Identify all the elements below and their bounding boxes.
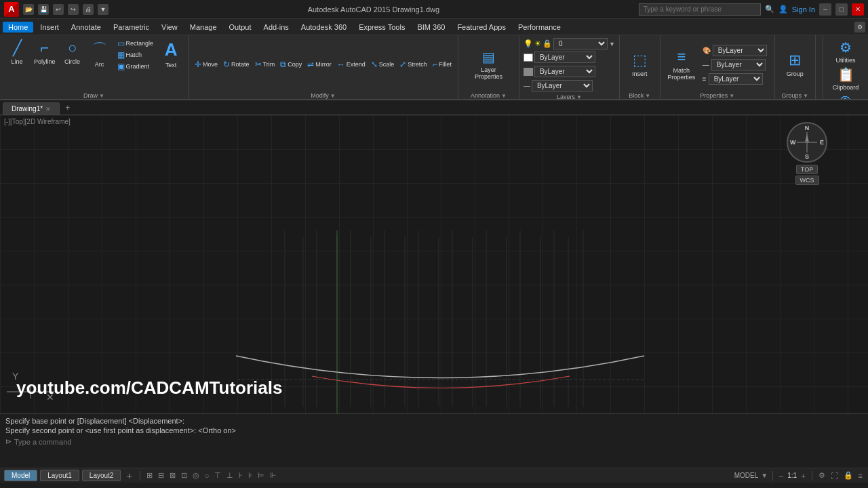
linetype-select[interactable]: ByLayer: [534, 52, 595, 63]
status-lw-button[interactable]: ⊧: [247, 471, 254, 480]
clipboard-button[interactable]: 📋 Clipboard: [829, 65, 863, 92]
linetype-byLayer-select[interactable]: ByLayer: [711, 59, 766, 70]
scroll-right-button[interactable]: ►: [845, 405, 859, 413]
menu-view[interactable]: View: [156, 22, 183, 33]
status-otrack-button[interactable]: ⊤: [213, 471, 222, 480]
status-polar-button[interactable]: ⊡: [180, 471, 189, 480]
menu-parametric[interactable]: Parametric: [108, 22, 155, 33]
menu-performance[interactable]: Performance: [513, 22, 566, 33]
status-snap-button[interactable]: ⊞: [145, 471, 154, 480]
model-dropdown[interactable]: ▼: [761, 472, 768, 479]
fillet-button[interactable]: ⌐Fillet: [431, 38, 454, 91]
move-button[interactable]: ✛Move: [193, 38, 220, 91]
text-button[interactable]: A Text: [158, 38, 184, 70]
quick-access-print[interactable]: 🖨: [83, 4, 94, 15]
scroll-left-button[interactable]: ◄: [0, 405, 14, 413]
color-byLayer-select[interactable]: ByLayer: [713, 45, 767, 56]
view-button[interactable]: 👁 View: [829, 92, 863, 100]
window-minimize[interactable]: –: [819, 3, 831, 16]
trim-button[interactable]: ✂Trim: [253, 38, 277, 91]
group-button[interactable]: ⊞ Group: [779, 38, 810, 91]
status-dyn-button[interactable]: ⊦: [237, 471, 244, 480]
lock-ui-icon[interactable]: 🔒: [842, 471, 854, 480]
status-ortho-button[interactable]: ⊠: [168, 471, 177, 480]
status-3dosnap-button[interactable]: ○: [203, 472, 211, 480]
quick-access-open[interactable]: 📂: [23, 4, 34, 15]
menu-insert[interactable]: Insert: [35, 22, 64, 33]
menu-featuredapps[interactable]: Featured Apps: [452, 22, 511, 33]
menu-autodesk360[interactable]: Autodesk 360: [296, 22, 352, 33]
status-osnap-button[interactable]: ◎: [191, 471, 201, 480]
extend-button[interactable]: ↔Extend: [335, 38, 368, 91]
layer-dropdown-arrow[interactable]: ▼: [609, 41, 615, 47]
menu-expresstools[interactable]: Express Tools: [353, 22, 410, 33]
polyline-button[interactable]: ⌐ Polyline: [31, 38, 58, 66]
window-close[interactable]: ✕: [852, 3, 864, 16]
color-swatch[interactable]: [524, 54, 533, 62]
layers-expand[interactable]: ▼: [576, 94, 582, 100]
ribbon-settings[interactable]: ⚙: [854, 22, 865, 33]
lineweight-select[interactable]: ByLayer: [534, 66, 595, 77]
copy-button[interactable]: ⧉Copy: [278, 38, 304, 91]
status-ducs-button[interactable]: ⊥: [225, 471, 235, 480]
new-tab-button[interactable]: +: [60, 101, 75, 115]
rotate-button[interactable]: ↻Rotate: [221, 38, 252, 91]
keyword-search[interactable]: [639, 3, 761, 16]
status-tp-button[interactable]: ⊨: [256, 471, 266, 480]
viewport-scrollbar-vertical[interactable]: ▲ ▼: [859, 115, 868, 400]
tab-close-button[interactable]: ✕: [45, 106, 51, 113]
status-selection-button[interactable]: ⊩: [269, 471, 278, 480]
quick-access-dropdown[interactable]: ▼: [98, 4, 108, 15]
layout1-tab[interactable]: Layout1: [40, 470, 79, 481]
layer-properties-button[interactable]: ▤ LayerProperties: [471, 38, 505, 91]
fullscreen-icon[interactable]: ⛶: [829, 472, 840, 480]
command-input[interactable]: [14, 438, 863, 446]
lineweight-byLayer-select[interactable]: ByLayer: [709, 73, 763, 85]
command-input-row: ⊳: [5, 437, 863, 446]
customize-icon[interactable]: ≡: [857, 472, 864, 480]
hatch-button[interactable]: ▦Hatch: [115, 49, 156, 60]
menu-output[interactable]: Output: [224, 22, 257, 33]
menu-home[interactable]: Home: [3, 22, 33, 33]
utilities-button[interactable]: ⚙ Utilities: [829, 38, 863, 65]
layer-select[interactable]: 0: [553, 38, 608, 49]
line-button[interactable]: ╱ Line: [4, 38, 30, 66]
insert-button[interactable]: ⬚ Insert: [624, 38, 655, 91]
window-restore[interactable]: □: [835, 3, 848, 16]
scroll-up-button[interactable]: ▲: [859, 115, 868, 129]
sign-in-label[interactable]: Sign In: [792, 5, 815, 14]
modify-expand[interactable]: ▼: [330, 93, 336, 99]
mirror-button[interactable]: ⇌Mirror: [305, 38, 334, 91]
draw-expand[interactable]: ▼: [99, 93, 104, 99]
add-layout-button[interactable]: +: [123, 470, 134, 481]
groups-expand[interactable]: ▼: [803, 93, 808, 99]
menu-annotate[interactable]: Annotate: [66, 22, 106, 33]
circle-button[interactable]: ○ Circle: [60, 38, 85, 66]
status-grid-button[interactable]: ⊟: [157, 471, 165, 480]
match-properties-button[interactable]: ≡ MatchProperties: [665, 38, 698, 91]
quick-access-save[interactable]: 💾: [38, 4, 49, 15]
zoom-out-button[interactable]: –: [778, 472, 785, 480]
menu-manage[interactable]: Manage: [184, 22, 222, 33]
annotation-expand[interactable]: ▼: [501, 93, 507, 99]
linescale-select[interactable]: ByLayer: [532, 80, 593, 92]
quick-access-redo[interactable]: ↪: [68, 4, 79, 15]
settings-icon[interactable]: ⚙: [817, 471, 827, 480]
model-tab[interactable]: Model: [4, 470, 37, 481]
zoom-in-button[interactable]: +: [800, 472, 806, 480]
gradient-button[interactable]: ▣Gradient: [115, 61, 156, 72]
arc-button[interactable]: ⌒ Arc: [87, 38, 113, 69]
block-expand[interactable]: ▼: [645, 93, 650, 99]
layout2-tab[interactable]: Layout2: [82, 470, 121, 481]
stretch-button[interactable]: ⤢Stretch: [397, 38, 429, 91]
menu-bim360[interactable]: BIM 360: [412, 22, 450, 33]
scale-button[interactable]: ⤡Scale: [369, 38, 397, 91]
viewport-scrollbar-horizontal[interactable]: ◄ ►: [0, 404, 859, 413]
menu-addins[interactable]: Add-ins: [258, 22, 294, 33]
quick-access-undo[interactable]: ↩: [53, 4, 64, 15]
drawing-tab[interactable]: Drawing1* ✕: [3, 102, 60, 115]
rectangle-button[interactable]: ▭Rectangle: [115, 38, 156, 49]
properties-expand[interactable]: ▼: [729, 93, 734, 99]
scroll-down-button[interactable]: ▼: [859, 386, 868, 400]
annotation-tools: ▤ LayerProperties: [471, 38, 505, 91]
